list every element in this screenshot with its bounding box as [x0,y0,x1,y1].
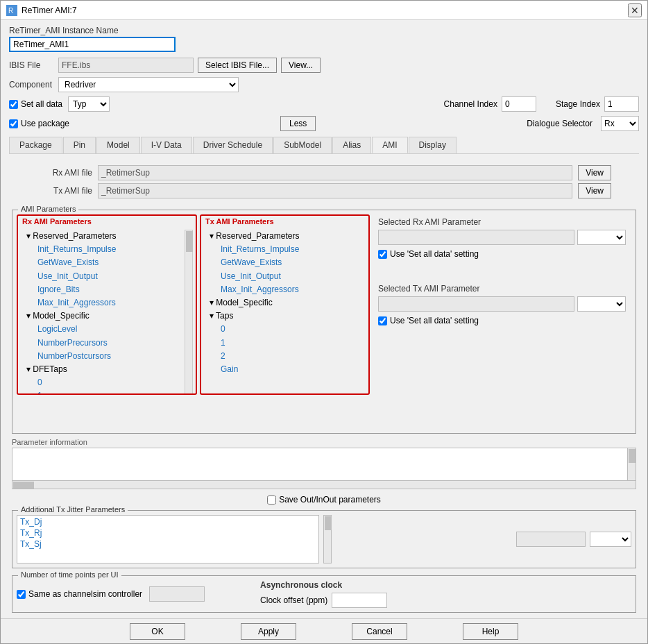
use-set-all-tx-group: Use 'Set all data' setting [378,316,626,325]
param-info-vscrollbar[interactable] [627,448,636,480]
tx-ami-file-label: Tx AMI file [37,186,92,196]
app-icon: R [6,5,17,16]
tx-tree-tap-0[interactable]: 0 [204,323,366,336]
rx-ami-view-button[interactable]: View [578,165,611,180]
rx-tree-number-postcursors[interactable]: NumberPostcursors [21,350,185,363]
cancel-button[interactable]: Cancel [352,623,407,640]
component-row: Component Redriver [9,77,639,92]
select-ibis-button[interactable]: Select IBIS File... [198,58,277,73]
rx-ami-file-suffix: _RetimerSup [101,168,150,178]
selected-rx-dropdown[interactable] [577,230,626,245]
less-button[interactable]: Less [280,116,316,131]
rx-tree-use-init[interactable]: Use_Init_Output [21,270,185,283]
ok-button[interactable]: OK [130,623,185,640]
stage-index-input[interactable]: 1 [604,96,639,112]
same-as-controller-checkbox[interactable] [17,590,26,599]
selected-tx-dropdown[interactable] [577,296,626,312]
rx-ami-file-input: _RetimerSup [98,165,572,180]
jitter-item-tx-dj[interactable]: Tx_Dj [20,517,316,527]
rx-tree-dfetaps: ▾ DFETaps [21,363,185,376]
save-params-checkbox[interactable] [267,495,276,505]
help-button[interactable]: Help [463,623,518,640]
tab-alias[interactable]: Alias [332,137,371,153]
tab-model[interactable]: Model [96,137,140,153]
jitter-title: Additional Tx Jitter Parameters [18,505,128,514]
rx-tree-getwave[interactable]: GetWave_Exists [21,256,185,269]
ibis-label: IBIS File [9,60,54,70]
tx-ami-file-row: Tx AMI file _RetimerSup View [9,183,639,198]
rx-tree-scrollbar[interactable] [185,230,193,395]
tab-pin[interactable]: Pin [63,137,96,153]
tx-tree-getwave[interactable]: GetWave_Exists [204,256,366,269]
selected-tx-value [378,296,574,312]
tab-package[interactable]: Package [9,137,62,153]
channel-index-input[interactable]: 0 [502,96,536,112]
tx-ami-tree: ▾ Reserved_Parameters Init_Returns_Impul… [204,230,366,395]
clock-offset-input[interactable] [332,593,387,608]
dialogue-selector-select[interactable]: RxTx [601,116,639,131]
typ-select[interactable]: TypMinMax [68,96,110,112]
rx-tree-model-specific: ▾ Model_Specific [21,310,185,323]
jitter-item-tx-sj[interactable]: Tx_Sj [20,539,316,549]
rx-tree-logic-level[interactable]: LogicLevel [21,323,185,336]
set-all-data-checkbox[interactable] [9,100,18,109]
tab-iv-data[interactable]: I-V Data [141,137,192,153]
time-points-value [149,586,205,602]
view-ibis-button[interactable]: View... [281,58,321,73]
same-as-controller-group: Same as channelsim controller [17,586,205,602]
selected-rx-section: Selected Rx AMI Parameter Use 'Set all d… [378,217,626,259]
tab-driver-schedule[interactable]: Driver Schedule [193,137,273,153]
jitter-controls [336,515,631,564]
jitter-item-tx-rj[interactable]: Tx_Rj [20,528,316,538]
apply-button[interactable]: Apply [241,623,296,640]
rx-tree-max-init[interactable]: Max_Init_Aggressors [21,296,185,310]
tx-tree-init-returns[interactable]: Init_Returns_Impulse [204,243,366,256]
close-button[interactable]: ✕ [628,3,642,17]
use-set-all-rx-label: Use 'Set all data' setting [390,249,479,259]
instance-name-input[interactable]: ReTimer_AMI1 [9,37,176,52]
rx-tree-ignore-bits[interactable]: Ignore_Bits [21,283,185,296]
tx-tree-use-init[interactable]: Use_Init_Output [204,270,366,283]
selected-tx-label: Selected Tx AMI Parameter [378,284,626,294]
ami-files-area: Rx AMI file _RetimerSup View Tx AMI file… [9,162,639,201]
rx-tree-number-precursors[interactable]: NumberPrecursors [21,337,185,350]
tx-ami-parameters-label: Tx AMI Parameters [205,217,274,226]
rx-tree-init-returns[interactable]: Init_Returns_Impulse [21,243,185,256]
selected-rx-label: Selected Rx AMI Parameter [378,217,626,227]
tab-bar: Package Pin Model I-V Data Driver Schedu… [9,137,639,154]
stage-index-label: Stage Index [556,99,600,109]
tab-display[interactable]: Display [409,137,457,153]
use-package-group: Use package [9,119,69,128]
ami-params-section: AMI Parameters Rx AMI Parameters ▾ Reser… [12,210,636,434]
tx-tree-tap-2[interactable]: 2 [204,350,366,363]
tx-tree-max-init[interactable]: Max_Init_Aggressors [204,283,366,296]
use-set-all-tx-checkbox[interactable] [378,316,387,325]
rx-ami-panel: Rx AMI Parameters ▾ Reserved_Parameters … [17,214,197,395]
tab-ami[interactable]: AMI [372,137,407,153]
rx-tree-tap-0[interactable]: 0 [21,376,185,389]
tx-ami-view-button[interactable]: View [578,183,611,198]
tab-submodel[interactable]: SubModel [273,137,332,153]
jitter-unit-select[interactable] [590,532,631,547]
ibis-file-value: FFE.ibs [62,60,90,70]
tx-tree-tap-1[interactable]: 1 [204,337,366,350]
main-content: ReTimer_AMI Instance Name ReTimer_AMI1 I… [1,20,647,618]
use-set-all-rx-group: Use 'Set all data' setting [378,249,626,259]
param-info-box [12,448,636,489]
save-params-row: Save Out/InOut parameters [9,495,639,505]
selected-tx-inputs [378,296,626,312]
component-select[interactable]: Redriver [58,77,239,92]
save-params-label: Save Out/InOut parameters [279,495,381,505]
use-package-row: Use package Less Dialogue Selector RxTx [9,116,639,131]
jitter-list: Tx_Dj Tx_Rj Tx_Sj [17,515,319,564]
params-split: Rx AMI Parameters ▾ Reserved_Parameters … [17,214,631,398]
param-info-hscrollbar[interactable] [12,480,636,489]
selected-rx-inputs [378,230,626,245]
jitter-section: Additional Tx Jitter Parameters Tx_Dj Tx… [12,510,636,568]
use-package-checkbox[interactable] [9,119,18,128]
use-set-all-rx-checkbox[interactable] [378,250,387,259]
clock-offset-row: Clock offset (ppm) [260,593,387,608]
jitter-scrollbar[interactable] [323,515,332,564]
rx-tree-tap-1[interactable]: 1 [21,389,185,395]
tx-tree-gain[interactable]: Gain [204,363,366,376]
